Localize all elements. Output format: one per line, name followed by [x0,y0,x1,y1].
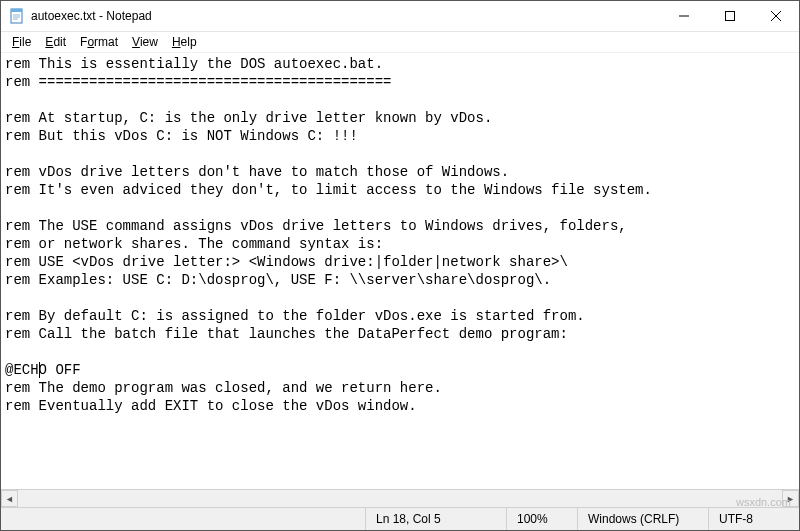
horizontal-scrollbar[interactable]: ◄ ► [1,489,799,507]
editor-line: rem Call the batch file that launches th… [5,325,795,343]
menu-format[interactable]: Format [73,33,125,51]
editor-line: rem The demo program was closed, and we … [5,379,795,397]
editor-line: rem Examples: USE C: D:\dosprog\, USE F:… [5,271,795,289]
editor-line [5,343,795,361]
text-editor[interactable]: rem This is essentially the DOS autoexec… [1,53,799,489]
menu-file[interactable]: File [5,33,38,51]
menu-edit[interactable]: Edit [38,33,73,51]
menu-edit-rest: dit [53,35,66,49]
scroll-right-arrow-icon[interactable]: ► [782,490,799,507]
statusbar: Ln 18, Col 5 100% Windows (CRLF) UTF-8 [1,507,799,530]
window-title: autoexec.txt - Notepad [31,9,661,23]
editor-line: rem The USE command assigns vDos drive l… [5,217,795,235]
editor-line [5,199,795,217]
status-line-ending: Windows (CRLF) [577,508,708,530]
editor-line: rem vDos drive letters don't have to mat… [5,163,795,181]
editor-line [5,91,795,109]
statusbar-spacer [1,508,365,530]
menu-format-rest: rmat [94,35,118,49]
close-button[interactable] [753,1,799,31]
status-cursor-position: Ln 18, Col 5 [365,508,506,530]
window-controls [661,1,799,31]
menu-view[interactable]: View [125,33,165,51]
editor-line [5,289,795,307]
editor-line: rem By default C: is assigned to the fol… [5,307,795,325]
editor-line: rem This is essentially the DOS autoexec… [5,55,795,73]
minimize-button[interactable] [661,1,707,31]
scroll-track[interactable] [18,490,782,507]
svg-rect-1 [11,9,22,12]
editor-line: rem It's even adviced they don't, to lim… [5,181,795,199]
menu-view-rest: iew [140,35,158,49]
editor-line: rem Eventually add EXIT to close the vDo… [5,397,795,415]
notepad-icon [9,8,25,24]
titlebar: autoexec.txt - Notepad [1,1,799,32]
editor-line: rem or network shares. The command synta… [5,235,795,253]
notepad-window: autoexec.txt - Notepad File Edit Format … [0,0,800,531]
text-caret [39,362,40,378]
editor-line: @ECHO OFF [5,361,795,379]
editor-line: rem USE <vDos drive letter:> <Windows dr… [5,253,795,271]
menubar: File Edit Format View Help [1,32,799,53]
editor-line: rem ====================================… [5,73,795,91]
editor-line: rem At startup, C: is the only drive let… [5,109,795,127]
menu-help-rest: elp [181,35,197,49]
maximize-button[interactable] [707,1,753,31]
menu-help[interactable]: Help [165,33,204,51]
editor-line: rem But this vDos C: is NOT Windows C: !… [5,127,795,145]
svg-rect-6 [726,12,735,21]
scroll-left-arrow-icon[interactable]: ◄ [1,490,18,507]
menu-file-rest: ile [19,35,31,49]
status-encoding: UTF-8 [708,508,799,530]
status-zoom: 100% [506,508,577,530]
editor-line [5,145,795,163]
